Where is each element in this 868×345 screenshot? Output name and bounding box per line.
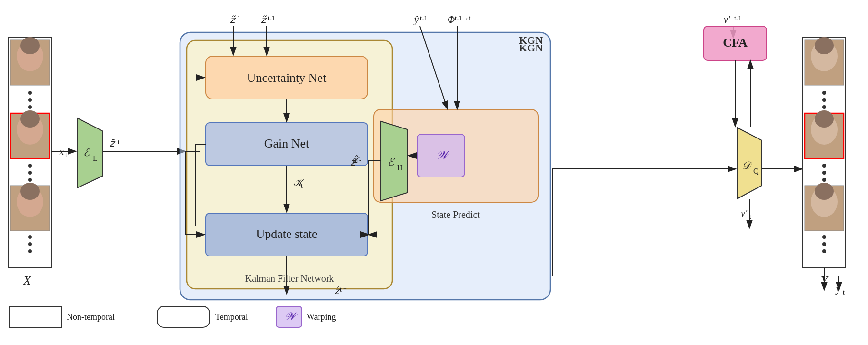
svg-point-16 bbox=[28, 235, 32, 239]
svg-marker-84 bbox=[737, 128, 762, 199]
svg-text:𝒲: 𝒲 bbox=[436, 149, 450, 161]
svg-text:ẑ: ẑ bbox=[352, 154, 359, 165]
svg-text:x: x bbox=[59, 146, 64, 157]
svg-rect-31 bbox=[187, 40, 392, 289]
svg-rect-39 bbox=[374, 109, 538, 202]
svg-rect-7 bbox=[10, 113, 50, 158]
svg-text:-: - bbox=[359, 157, 361, 164]
svg-text:t: t bbox=[356, 158, 358, 165]
kgn-label: KGN bbox=[519, 34, 543, 47]
svg-text:t-1: t-1 bbox=[734, 15, 742, 22]
svg-text:ŷ: ŷ bbox=[835, 284, 840, 295]
svg-line-55 bbox=[420, 26, 448, 109]
svg-text:t: t bbox=[340, 286, 342, 293]
svg-rect-44 bbox=[417, 134, 465, 177]
svg-point-111 bbox=[815, 110, 834, 128]
svg-text:𝒦: 𝒦 bbox=[293, 177, 305, 187]
svg-rect-29 bbox=[180, 32, 550, 300]
svg-text:ℰ: ℰ bbox=[388, 156, 395, 168]
svg-point-4 bbox=[28, 91, 32, 95]
svg-text:ẑ: ẑ bbox=[350, 157, 357, 168]
svg-point-108 bbox=[822, 105, 826, 109]
svg-text:X: X bbox=[23, 274, 31, 287]
diagram: X ℰ L x t z̃ t KGN Kalman Filter Network… bbox=[0, 0, 868, 345]
svg-point-107 bbox=[822, 98, 826, 102]
svg-point-8 bbox=[17, 114, 43, 145]
svg-text:z̃: z̃ bbox=[261, 14, 267, 25]
svg-rect-103 bbox=[805, 40, 844, 85]
svg-text:+: + bbox=[343, 286, 347, 292]
svg-point-120 bbox=[822, 249, 826, 253]
svg-point-110 bbox=[811, 114, 838, 145]
svg-point-15 bbox=[20, 183, 40, 200]
svg-point-2 bbox=[17, 41, 43, 71]
svg-text:H: H bbox=[397, 164, 403, 172]
svg-text:CFA: CFA bbox=[723, 36, 748, 49]
svg-marker-20 bbox=[77, 118, 102, 188]
svg-text:-: - bbox=[361, 154, 363, 161]
svg-text:t: t bbox=[749, 213, 751, 220]
svg-text:z̃: z̃ bbox=[230, 14, 236, 25]
svg-rect-109 bbox=[805, 113, 844, 158]
svg-point-10 bbox=[28, 164, 32, 168]
svg-point-12 bbox=[28, 178, 32, 182]
svg-text:t-1: t-1 bbox=[420, 15, 428, 22]
svg-text:t: t bbox=[358, 155, 360, 162]
svg-text:Warping: Warping bbox=[307, 312, 336, 322]
svg-text:Update state: Update state bbox=[256, 227, 317, 241]
svg-text:𝒟: 𝒟 bbox=[741, 159, 752, 171]
svg-point-118 bbox=[822, 235, 826, 239]
svg-text:v′: v′ bbox=[741, 208, 748, 218]
svg-point-9 bbox=[20, 110, 40, 128]
svg-point-104 bbox=[811, 41, 838, 71]
svg-point-5 bbox=[28, 98, 32, 102]
svg-text:ŷ: ŷ bbox=[413, 14, 419, 25]
svg-marker-41 bbox=[381, 121, 407, 201]
svg-text:ℰ: ℰ bbox=[83, 147, 91, 158]
svg-text:Kalman Filter Network: Kalman Filter Network bbox=[245, 273, 334, 284]
svg-text:Φ: Φ bbox=[448, 14, 455, 25]
svg-text:State Predict: State Predict bbox=[431, 209, 480, 220]
svg-text:t-1→t: t-1→t bbox=[455, 15, 471, 22]
svg-text:Q: Q bbox=[753, 167, 759, 175]
svg-rect-134 bbox=[276, 306, 302, 327]
svg-text:Non-temporal: Non-temporal bbox=[67, 312, 115, 322]
svg-text:ẑ: ẑ bbox=[334, 286, 340, 296]
svg-text:L: L bbox=[93, 154, 98, 162]
svg-rect-33 bbox=[206, 56, 368, 99]
svg-point-11 bbox=[28, 171, 32, 175]
svg-text:t: t bbox=[65, 151, 67, 158]
svg-point-105 bbox=[815, 37, 834, 54]
svg-text:Y: Y bbox=[821, 274, 829, 287]
svg-point-119 bbox=[822, 242, 826, 246]
svg-point-116 bbox=[811, 187, 838, 217]
svg-rect-13 bbox=[10, 186, 50, 231]
svg-rect-37 bbox=[206, 213, 368, 256]
svg-point-112 bbox=[822, 164, 826, 168]
svg-point-114 bbox=[822, 178, 826, 182]
svg-point-14 bbox=[17, 187, 43, 217]
svg-point-117 bbox=[815, 183, 834, 200]
svg-point-3 bbox=[20, 37, 40, 54]
svg-point-6 bbox=[28, 105, 32, 109]
svg-overlay: X ℰ L x t z̃ t KGN Kalman Filter Network… bbox=[0, 0, 868, 345]
svg-point-18 bbox=[28, 249, 32, 253]
svg-text:z̃: z̃ bbox=[110, 138, 116, 148]
svg-text:v′: v′ bbox=[724, 14, 730, 25]
svg-rect-93 bbox=[704, 26, 767, 60]
svg-rect-102 bbox=[803, 37, 846, 268]
svg-text:Uncertainty Net: Uncertainty Net bbox=[247, 71, 327, 85]
svg-text:1: 1 bbox=[237, 15, 240, 22]
svg-text:𝒲: 𝒲 bbox=[284, 310, 298, 322]
svg-point-106 bbox=[822, 91, 826, 95]
svg-text:t: t bbox=[301, 182, 303, 189]
svg-rect-0 bbox=[9, 37, 51, 268]
svg-text:t: t bbox=[843, 289, 845, 296]
svg-rect-115 bbox=[805, 186, 844, 231]
svg-text:Gain Net: Gain Net bbox=[264, 137, 309, 150]
svg-rect-130 bbox=[10, 306, 62, 327]
svg-rect-35 bbox=[206, 123, 368, 166]
svg-point-113 bbox=[822, 171, 826, 175]
svg-point-17 bbox=[28, 242, 32, 246]
svg-rect-132 bbox=[157, 306, 210, 327]
